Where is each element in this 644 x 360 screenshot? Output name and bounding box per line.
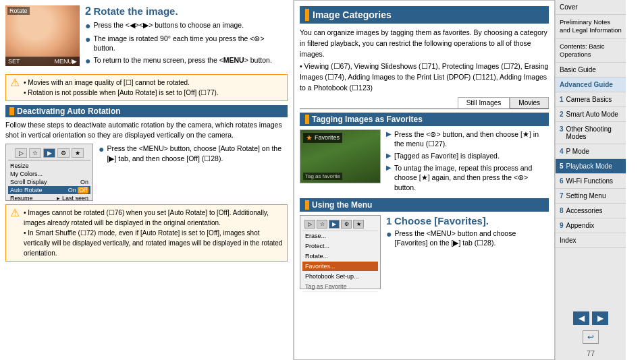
deactivating-section: Deactivating Auto Rotation Follow these … (5, 105, 288, 201)
menu-row-resume: Resume▸ Last seen (8, 194, 90, 201)
left-panel: Rotate SET MENU▶ 2 Rotate the image. ● P… (0, 0, 294, 360)
sidebar-item-playback-mode[interactable]: 5 Playback Mode (556, 159, 626, 174)
rotate-label: Rotate (7, 7, 30, 15)
tag-bullet-1: ▶ Press the <⊛> button, and then choose … (386, 129, 549, 149)
rotate-section: Rotate SET MENU▶ 2 Rotate the image. ● P… (5, 5, 288, 69)
deactivating-header: Deactivating Auto Rotation (5, 105, 288, 117)
menu-row-resize: Resize (8, 162, 90, 170)
image-categories-title: Image Categories (313, 9, 392, 20)
sidebar-item-setting-menu[interactable]: 7 Setting Menu (556, 189, 626, 204)
bullet-dot-2: ● (85, 34, 90, 53)
sidebar-num-4: 4 (560, 148, 564, 155)
sidebar-item-basic-guide[interactable]: Basic Guide (556, 63, 626, 78)
rotate-bullet-1: ● Press the <◀><▶> buttons to choose an … (85, 20, 288, 32)
deactivating-title: Deactivating Auto Rotation (17, 107, 121, 116)
sidebar-num-2: 2 (560, 111, 564, 118)
rotate-bullet-3: ● To return to the menu screen, press th… (85, 55, 288, 67)
sidebar-item-advanced-guide[interactable]: Advanced Guide (556, 78, 626, 92)
using-menu-bar-icon (305, 200, 309, 210)
cat-body: You can organize images by tagging them … (300, 28, 549, 94)
warning-box-1: ⚠ • Movies with an image quality of [☐] … (5, 74, 288, 101)
favorites-label: ★ Favorites (303, 133, 342, 143)
cat-bullets: • Viewing (☐67), Viewing Slideshows (☐71… (300, 61, 549, 93)
return-button[interactable]: ↩ (583, 330, 599, 344)
rotate-image: Rotate SET MENU▶ (5, 5, 80, 66)
choose-text: Choose [Favorites]. (394, 215, 489, 227)
sidebar-item-accessories[interactable]: 8 Accessories (556, 204, 626, 218)
sidebar-item-contents[interactable]: Contents: Basic Operations (556, 39, 626, 63)
sidebar-item-p-mode[interactable]: 4 P Mode (556, 144, 626, 159)
rotate-bullet-2: ● The image is rotated 90° each time you… (85, 34, 288, 53)
menu-row-scroll: Scroll DisplayOn (8, 178, 90, 186)
ms2-icon-3: ▶ (329, 220, 340, 229)
tag-content: ★ Favorites Tag as favorite ▶ Press the … (300, 129, 549, 195)
tag-steps: ▶ Press the <⊛> button, and then choose … (386, 129, 549, 195)
tag-header-bar-icon (305, 115, 309, 124)
menu-screenshot: ▷ ☆ ▶ ⚙ ★ Resize My Colors... Scroll Dis… (5, 144, 93, 201)
sidebar-item-preliminary[interactable]: Preliminary Notes and Legal Information (556, 15, 626, 39)
sidebar-num-8: 8 (560, 207, 564, 214)
sidebar-num-9: 9 (560, 222, 564, 229)
prev-button[interactable]: ◀ (573, 311, 589, 325)
next-button[interactable]: ▶ (592, 311, 608, 325)
sidebar-nav: ◀ ▶ (556, 306, 626, 330)
ms2-row-erase: Erase... (302, 231, 378, 241)
choose-bullet-text: Press the <MENU> button and choose [Favo… (394, 229, 549, 248)
ms2-row-photobook: Photobook Set-up... (302, 272, 378, 282)
sidebar-num-1: 1 (560, 96, 564, 103)
choose-bullet-dot: ● (386, 229, 392, 248)
warning-box-2: ⚠ • Images cannot be rotated (☐76) when … (5, 204, 288, 262)
sidebar-num-3: 3 (560, 125, 564, 133)
tagging-section: Tagging Images as Favorites ★ Favorites … (300, 113, 549, 195)
menu-row-autorotate: Auto RotateOn Off (8, 186, 90, 194)
tab-movies[interactable]: Movies (510, 97, 549, 109)
menu-screenshot-2: ▷ ☆ ▶ ⚙ ★ Erase... Protect... Rotate... … (300, 215, 381, 289)
menu-icon-1: ▷ (15, 148, 27, 158)
choose-num: 1 (386, 215, 392, 227)
bullet-dot-3: ● (85, 55, 90, 67)
menu-icon-4: ⚙ (57, 148, 70, 158)
choose-title: 1 Choose [Favorites]. (386, 215, 549, 227)
cat-body-text: You can organize images by tagging them … (300, 28, 549, 59)
bullet-dot-1: ● (85, 20, 90, 32)
ms2-icon-2: ☆ (317, 220, 327, 229)
sidebar-item-cover[interactable]: Cover (556, 0, 626, 15)
warning-text-2: • Images cannot be rotated (☐76) when yo… (24, 208, 283, 258)
sidebar-num-6: 6 (560, 177, 564, 185)
tagging-header: Tagging Images as Favorites (300, 113, 549, 126)
tag-bullet-2: ▶ [Tagged as Favorite] is displayed. (386, 151, 549, 161)
deact-bullet-dot: ● (99, 144, 104, 163)
menu-label: MENU▶ (55, 58, 78, 65)
ms2-icon-5: ★ (353, 220, 364, 229)
sidebar-item-appendix[interactable]: 9 Appendix (556, 218, 626, 233)
tri-1: ▶ (386, 129, 392, 149)
tab-still-images[interactable]: Still Images (458, 97, 510, 109)
menu-icon-3: ▶ (43, 148, 55, 158)
image-tabs: Still Images Movies (300, 97, 549, 109)
sidebar-item-index[interactable]: Index (556, 233, 626, 248)
ms2-row-favorites: Favorites... (302, 262, 378, 272)
right-panel: Image Categories You can organize images… (294, 0, 555, 360)
sidebar-item-other-shooting[interactable]: 3 Other Shooting Modes (556, 122, 626, 144)
tag-bullet-3: ▶ To untag the image, repeat this proces… (386, 163, 549, 193)
set-label: SET (8, 58, 20, 65)
deact-instructions: ● Press the <MENU> button, choose [Auto … (99, 144, 288, 201)
sidebar-nav-area: ◀ ▶ ↩ 77 (556, 306, 626, 360)
menu-icon-5: ★ (72, 148, 84, 158)
tab-separator (300, 109, 549, 109)
menu-choose: 1 Choose [Favorites]. ● Press the <MENU>… (386, 215, 549, 289)
deactivating-body: Follow these steps to deactivate automat… (5, 120, 288, 140)
deact-content: ▷ ☆ ▶ ⚙ ★ Resize My Colors... Scroll Dis… (5, 144, 288, 201)
step-title: 2 Rotate the image. (85, 5, 288, 18)
sidebar: Cover Preliminary Notes and Legal Inform… (555, 0, 626, 360)
tri-2: ▶ (386, 151, 392, 161)
sidebar-num-5: 5 (560, 162, 564, 170)
image-categories-section: Image Categories You can organize images… (300, 6, 549, 109)
sidebar-num-7: 7 (560, 192, 564, 200)
sidebar-item-wifi[interactable]: 6 Wi-Fi Functions (556, 174, 626, 189)
sidebar-item-camera-basics[interactable]: 1 Camera Basics (556, 92, 626, 107)
menu-row-mycolors: My Colors... (8, 170, 90, 178)
ms2-row-rotate: Rotate... (302, 251, 378, 262)
sidebar-item-smart-auto[interactable]: 2 Smart Auto Mode (556, 107, 626, 122)
menu-use-content: ▷ ☆ ▶ ⚙ ★ Erase... Protect... Rotate... … (300, 215, 549, 289)
